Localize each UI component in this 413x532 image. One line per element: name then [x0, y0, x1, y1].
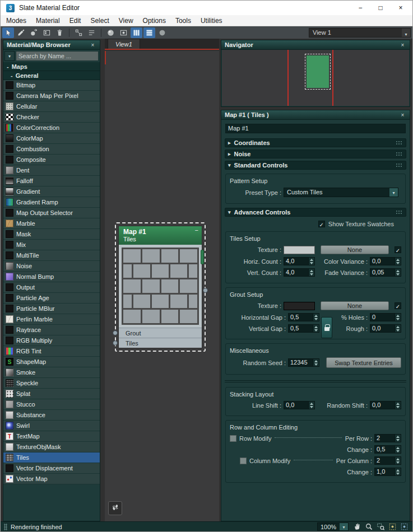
- browser-panel-header[interactable]: Material/Map Browser ×: [3, 40, 100, 50]
- navigator-panel-header[interactable]: Navigator ×: [221, 40, 410, 50]
- select-tool-icon[interactable]: [2, 27, 14, 38]
- rough-spinner[interactable]: 0,0: [370, 324, 401, 333]
- tiles-texture-swatch[interactable]: [284, 246, 315, 254]
- pane-splitter[interactable]: [225, 380, 406, 382]
- map-item-camera-map-per-pixel[interactable]: Camera Map Per Pixel: [3, 91, 100, 101]
- material-id-icon[interactable]: [156, 27, 168, 38]
- input-socket-icon[interactable]: [113, 330, 118, 335]
- zoom-extents-icon[interactable]: [387, 522, 397, 531]
- map-item-marble[interactable]: Marble: [3, 218, 100, 229]
- close-icon[interactable]: ×: [399, 42, 406, 48]
- map-item-vector-displacement[interactable]: Vector Displacement: [3, 463, 100, 474]
- search-input[interactable]: [16, 51, 99, 61]
- map-item-vector-map[interactable]: Vector Map: [3, 474, 100, 484]
- map-item-rgb-tint[interactable]: RGB Tint: [3, 346, 100, 357]
- map-item-raytrace[interactable]: Raytrace: [3, 325, 100, 335]
- map-item-cellular[interactable]: Cellular: [3, 101, 100, 112]
- column-modify-checkbox[interactable]: [240, 458, 247, 464]
- chevron-down-icon[interactable]: [340, 523, 348, 530]
- map-item-map-output-selector[interactable]: Map Output Selector: [3, 208, 100, 218]
- map-item-smoke[interactable]: Smoke: [3, 367, 100, 378]
- show-texture-swatches-checkbox[interactable]: [318, 221, 325, 227]
- map-item-gradient-ramp[interactable]: Gradient Ramp: [3, 197, 100, 208]
- output-socket-icon[interactable]: [203, 288, 208, 293]
- row-modify-checkbox[interactable]: [230, 435, 236, 442]
- map-item-speckle[interactable]: Speckle: [3, 378, 100, 389]
- spinner-arrows-icon[interactable]: [308, 402, 314, 409]
- menu-tools[interactable]: Tools: [175, 17, 191, 25]
- per-row-spinner[interactable]: 2: [374, 434, 401, 442]
- pan-hand-icon[interactable]: [352, 522, 362, 531]
- zoom-icon[interactable]: [364, 522, 374, 531]
- preview-sphere-icon[interactable]: [105, 27, 117, 38]
- map-item-shapemap[interactable]: ShapeMap: [3, 357, 100, 367]
- random-seed-spinner[interactable]: 12345: [288, 358, 319, 367]
- horizontal-gap-spinner[interactable]: 0,5: [288, 313, 319, 321]
- map-item-gradient[interactable]: Gradient: [3, 186, 100, 197]
- material-name-field[interactable]: Map #1: [225, 124, 406, 133]
- map-item-color-map[interactable]: ColorMap: [3, 133, 100, 144]
- close-icon[interactable]: ×: [89, 42, 96, 48]
- map-item-splat[interactable]: Splat: [3, 389, 100, 399]
- map-item-swirl[interactable]: Swirl: [3, 421, 100, 431]
- drag-grip-icon[interactable]: [396, 141, 403, 145]
- chevron-down-icon[interactable]: [402, 29, 410, 37]
- menu-select[interactable]: Select: [90, 17, 109, 25]
- map-item-tiles[interactable]: Tiles: [3, 452, 100, 463]
- spinner-arrows-icon[interactable]: [395, 435, 401, 442]
- preset-type-dropdown[interactable]: Custom Tiles: [284, 188, 398, 197]
- map-item-combustion[interactable]: Combustion: [3, 144, 100, 155]
- map-item-substance[interactable]: Substance: [3, 410, 100, 421]
- map-item-checker[interactable]: Checker: [3, 112, 100, 123]
- menu-material[interactable]: Material: [36, 17, 60, 25]
- preview-window-icon[interactable]: [118, 27, 129, 38]
- map-item-stucco[interactable]: Stucco: [3, 399, 100, 410]
- rollout-standard-controls[interactable]: ▾ Standard Controls: [225, 161, 406, 170]
- zoom-extents-selected-icon[interactable]: [399, 522, 409, 531]
- map-item-bitmap[interactable]: Bitmap: [3, 80, 100, 91]
- spinner-arrows-icon[interactable]: [308, 258, 314, 265]
- spinner-arrows-icon[interactable]: [395, 446, 401, 453]
- swap-texture-entries-button[interactable]: Swap Texture Entries: [326, 357, 401, 368]
- spinner-arrows-icon[interactable]: [395, 314, 401, 321]
- tiles-texture-enable-checkbox[interactable]: [395, 246, 401, 253]
- spinner-arrows-icon[interactable]: [313, 314, 319, 321]
- per-column-spinner[interactable]: 2: [374, 456, 401, 465]
- slot-tiles[interactable]: Tiles: [119, 338, 202, 348]
- drag-grip-icon[interactable]: [396, 210, 403, 214]
- slot-grout[interactable]: Grout: [119, 328, 202, 338]
- vertical-gap-spinner[interactable]: 0,5: [288, 324, 319, 333]
- zoom-region-icon[interactable]: [375, 522, 386, 531]
- spinner-arrows-icon[interactable]: [313, 359, 319, 366]
- map-item-textmap[interactable]: TextMap: [3, 431, 100, 442]
- map-item-textureobjmask[interactable]: TextureObjMask: [3, 442, 100, 452]
- map-item-perlin-marble[interactable]: Perlin Marble: [3, 314, 100, 325]
- grout-texture-none-button[interactable]: None: [321, 301, 389, 310]
- pan-tool-button[interactable]: [108, 501, 122, 515]
- map-item-color-correction[interactable]: ColorCorrection: [3, 123, 100, 133]
- horiz-count-spinner[interactable]: 4,0: [284, 257, 315, 265]
- layout-vertical-icon[interactable]: [131, 27, 142, 38]
- rollout-advanced-controls[interactable]: ▾ Advanced Controls: [225, 208, 406, 217]
- navigator-canvas[interactable]: [222, 50, 409, 106]
- map-item-noise[interactable]: Noise: [3, 261, 100, 272]
- spinner-arrows-icon[interactable]: [395, 457, 401, 464]
- color-variance-spinner[interactable]: 0,0: [370, 257, 401, 265]
- parameter-panel-header[interactable]: Map #1 ( Tiles ) ×: [221, 110, 410, 120]
- map-item-output[interactable]: Output: [3, 282, 100, 293]
- pick-material-icon[interactable]: [15, 27, 27, 38]
- map-item-multitile[interactable]: MultiTile: [3, 250, 100, 261]
- grout-texture-enable-checkbox[interactable]: [395, 302, 401, 309]
- resize-grip-icon[interactable]: [4, 524, 7, 530]
- browser-menu-button[interactable]: [4, 51, 15, 61]
- fade-variance-spinner[interactable]: 0,05: [370, 268, 401, 277]
- map-item-falloff[interactable]: Falloff: [3, 176, 100, 186]
- holes-spinner[interactable]: 0: [370, 313, 401, 321]
- map-item-particle-age[interactable]: Particle Age: [3, 293, 100, 304]
- rollout-coordinates[interactable]: ▸ Coordinates: [225, 138, 406, 147]
- menu-view[interactable]: View: [119, 17, 133, 25]
- delete-node-icon[interactable]: [54, 27, 66, 38]
- map-item-rgb-multiply[interactable]: RGB Multiply: [3, 335, 100, 346]
- close-button[interactable]: ×: [397, 4, 405, 12]
- map-item-dent[interactable]: Dent: [3, 165, 100, 176]
